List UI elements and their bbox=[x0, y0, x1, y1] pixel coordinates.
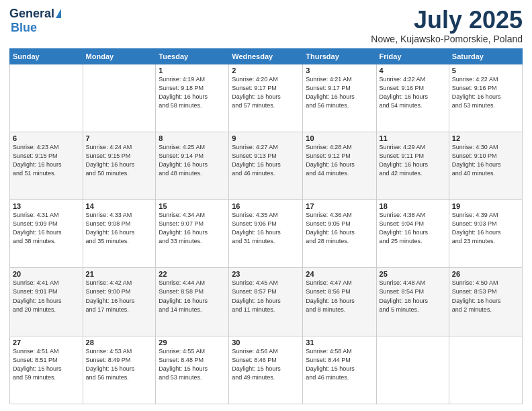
page: General Blue July 2025 Nowe, Kujawsko-Po… bbox=[0, 0, 532, 411]
calendar-cell: 22Sunrise: 4:44 AM Sunset: 8:58 PM Dayli… bbox=[156, 268, 229, 336]
day-info: Sunrise: 4:22 AM Sunset: 9:16 PM Dayligh… bbox=[452, 75, 519, 110]
day-number: 12 bbox=[452, 134, 519, 142]
day-info: Sunrise: 4:33 AM Sunset: 9:08 PM Dayligh… bbox=[86, 211, 153, 246]
day-info: Sunrise: 4:35 AM Sunset: 9:06 PM Dayligh… bbox=[232, 211, 300, 246]
calendar-cell bbox=[376, 336, 449, 404]
calendar-cell: 7Sunrise: 4:24 AM Sunset: 9:15 PM Daylig… bbox=[83, 132, 156, 199]
calendar-cell: 28Sunrise: 4:53 AM Sunset: 8:49 PM Dayli… bbox=[83, 336, 156, 404]
calendar-header-row: SundayMondayTuesdayWednesdayThursdayFrid… bbox=[10, 48, 523, 64]
calendar-cell: 5Sunrise: 4:22 AM Sunset: 9:16 PM Daylig… bbox=[449, 64, 522, 132]
day-of-week-header: Tuesday bbox=[156, 48, 229, 64]
day-of-week-header: Monday bbox=[83, 48, 156, 64]
title-block: July 2025 Nowe, Kujawsko-Pomorskie, Pola… bbox=[371, 7, 523, 44]
calendar-cell: 4Sunrise: 4:22 AM Sunset: 9:16 PM Daylig… bbox=[376, 64, 449, 132]
day-number: 4 bbox=[380, 66, 446, 75]
day-info: Sunrise: 4:56 AM Sunset: 8:46 PM Dayligh… bbox=[232, 347, 300, 382]
calendar-cell bbox=[83, 64, 156, 132]
day-number: 8 bbox=[159, 134, 226, 142]
day-number: 20 bbox=[13, 270, 80, 278]
day-info: Sunrise: 4:44 AM Sunset: 8:58 PM Dayligh… bbox=[159, 279, 226, 314]
calendar-location: Nowe, Kujawsko-Pomorskie, Poland bbox=[371, 34, 523, 44]
calendar-cell: 12Sunrise: 4:30 AM Sunset: 9:10 PM Dayli… bbox=[449, 132, 522, 199]
day-info: Sunrise: 4:50 AM Sunset: 8:53 PM Dayligh… bbox=[452, 279, 519, 314]
calendar-cell: 3Sunrise: 4:21 AM Sunset: 9:17 PM Daylig… bbox=[303, 64, 376, 132]
day-info: Sunrise: 4:23 AM Sunset: 9:15 PM Dayligh… bbox=[13, 143, 80, 178]
day-info: Sunrise: 4:48 AM Sunset: 8:54 PM Dayligh… bbox=[380, 279, 446, 314]
logo-triangle-icon bbox=[56, 9, 61, 18]
day-of-week-header: Friday bbox=[376, 48, 449, 64]
calendar-cell: 6Sunrise: 4:23 AM Sunset: 9:15 PM Daylig… bbox=[10, 132, 83, 199]
calendar-week-row: 13Sunrise: 4:31 AM Sunset: 9:09 PM Dayli… bbox=[10, 200, 523, 268]
calendar-cell: 26Sunrise: 4:50 AM Sunset: 8:53 PM Dayli… bbox=[449, 268, 522, 336]
day-info: Sunrise: 4:36 AM Sunset: 9:05 PM Dayligh… bbox=[306, 211, 373, 246]
day-number: 15 bbox=[159, 202, 226, 210]
day-number: 5 bbox=[452, 66, 519, 75]
calendar-cell: 11Sunrise: 4:29 AM Sunset: 9:11 PM Dayli… bbox=[376, 132, 449, 199]
calendar-cell: 25Sunrise: 4:48 AM Sunset: 8:54 PM Dayli… bbox=[376, 268, 449, 336]
calendar-week-row: 20Sunrise: 4:41 AM Sunset: 9:01 PM Dayli… bbox=[10, 268, 523, 336]
calendar-cell: 27Sunrise: 4:51 AM Sunset: 8:51 PM Dayli… bbox=[10, 336, 83, 404]
day-number: 13 bbox=[13, 202, 80, 210]
day-info: Sunrise: 4:30 AM Sunset: 9:10 PM Dayligh… bbox=[452, 143, 519, 178]
calendar-cell: 9Sunrise: 4:27 AM Sunset: 9:13 PM Daylig… bbox=[229, 132, 303, 199]
calendar-cell: 29Sunrise: 4:55 AM Sunset: 8:48 PM Dayli… bbox=[156, 336, 229, 404]
day-info: Sunrise: 4:19 AM Sunset: 9:18 PM Dayligh… bbox=[159, 75, 226, 110]
day-info: Sunrise: 4:53 AM Sunset: 8:49 PM Dayligh… bbox=[86, 347, 153, 382]
calendar-cell: 16Sunrise: 4:35 AM Sunset: 9:06 PM Dayli… bbox=[229, 200, 303, 268]
calendar-cell: 21Sunrise: 4:42 AM Sunset: 9:00 PM Dayli… bbox=[83, 268, 156, 336]
day-number: 23 bbox=[232, 270, 300, 278]
day-number: 27 bbox=[13, 338, 80, 347]
day-info: Sunrise: 4:25 AM Sunset: 9:14 PM Dayligh… bbox=[159, 143, 226, 178]
calendar-cell: 30Sunrise: 4:56 AM Sunset: 8:46 PM Dayli… bbox=[229, 336, 303, 404]
calendar-week-row: 1Sunrise: 4:19 AM Sunset: 9:18 PM Daylig… bbox=[10, 64, 523, 132]
day-info: Sunrise: 4:45 AM Sunset: 8:57 PM Dayligh… bbox=[232, 279, 300, 314]
calendar-cell: 13Sunrise: 4:31 AM Sunset: 9:09 PM Dayli… bbox=[10, 200, 83, 268]
calendar-table: SundayMondayTuesdayWednesdayThursdayFrid… bbox=[9, 48, 523, 404]
day-number: 26 bbox=[452, 270, 519, 278]
day-of-week-header: Wednesday bbox=[229, 48, 303, 64]
calendar-week-row: 6Sunrise: 4:23 AM Sunset: 9:15 PM Daylig… bbox=[10, 132, 523, 199]
calendar-cell: 10Sunrise: 4:28 AM Sunset: 9:12 PM Dayli… bbox=[303, 132, 376, 199]
calendar-cell: 15Sunrise: 4:34 AM Sunset: 9:07 PM Dayli… bbox=[156, 200, 229, 268]
calendar-cell: 8Sunrise: 4:25 AM Sunset: 9:14 PM Daylig… bbox=[156, 132, 229, 199]
day-info: Sunrise: 4:31 AM Sunset: 9:09 PM Dayligh… bbox=[13, 211, 80, 246]
day-number: 11 bbox=[380, 134, 446, 142]
day-info: Sunrise: 4:24 AM Sunset: 9:15 PM Dayligh… bbox=[86, 143, 153, 178]
logo-general: General bbox=[9, 7, 54, 21]
day-info: Sunrise: 4:51 AM Sunset: 8:51 PM Dayligh… bbox=[13, 347, 80, 382]
day-number: 17 bbox=[306, 202, 373, 210]
day-of-week-header: Saturday bbox=[449, 48, 522, 64]
calendar-cell bbox=[10, 64, 83, 132]
day-number: 3 bbox=[306, 66, 373, 75]
calendar-cell: 31Sunrise: 4:58 AM Sunset: 8:44 PM Dayli… bbox=[303, 336, 376, 404]
day-number: 10 bbox=[306, 134, 373, 142]
day-number: 25 bbox=[380, 270, 446, 278]
day-number: 22 bbox=[159, 270, 226, 278]
calendar-cell: 20Sunrise: 4:41 AM Sunset: 9:01 PM Dayli… bbox=[10, 268, 83, 336]
day-number: 21 bbox=[86, 270, 153, 278]
day-number: 7 bbox=[86, 134, 153, 142]
day-info: Sunrise: 4:39 AM Sunset: 9:03 PM Dayligh… bbox=[452, 211, 519, 246]
day-info: Sunrise: 4:42 AM Sunset: 9:00 PM Dayligh… bbox=[86, 279, 153, 314]
day-info: Sunrise: 4:29 AM Sunset: 9:11 PM Dayligh… bbox=[380, 143, 446, 178]
day-number: 19 bbox=[452, 202, 519, 210]
day-number: 30 bbox=[232, 338, 300, 347]
calendar-cell: 14Sunrise: 4:33 AM Sunset: 9:08 PM Dayli… bbox=[83, 200, 156, 268]
calendar-week-row: 27Sunrise: 4:51 AM Sunset: 8:51 PM Dayli… bbox=[10, 336, 523, 404]
day-number: 6 bbox=[13, 134, 80, 142]
calendar-cell: 23Sunrise: 4:45 AM Sunset: 8:57 PM Dayli… bbox=[229, 268, 303, 336]
logo-text: General bbox=[9, 7, 61, 21]
day-info: Sunrise: 4:55 AM Sunset: 8:48 PM Dayligh… bbox=[159, 347, 226, 382]
day-info: Sunrise: 4:27 AM Sunset: 9:13 PM Dayligh… bbox=[232, 143, 300, 178]
logo: General Blue bbox=[9, 7, 61, 35]
day-info: Sunrise: 4:28 AM Sunset: 9:12 PM Dayligh… bbox=[306, 143, 373, 178]
day-number: 18 bbox=[380, 202, 446, 210]
calendar-cell: 19Sunrise: 4:39 AM Sunset: 9:03 PM Dayli… bbox=[449, 200, 522, 268]
day-of-week-header: Sunday bbox=[10, 48, 83, 64]
day-info: Sunrise: 4:47 AM Sunset: 8:56 PM Dayligh… bbox=[306, 279, 373, 314]
day-number: 2 bbox=[232, 66, 300, 75]
day-number: 28 bbox=[86, 338, 153, 347]
day-info: Sunrise: 4:20 AM Sunset: 9:17 PM Dayligh… bbox=[232, 75, 300, 110]
logo-blue: Blue bbox=[11, 21, 37, 35]
day-number: 29 bbox=[159, 338, 226, 347]
